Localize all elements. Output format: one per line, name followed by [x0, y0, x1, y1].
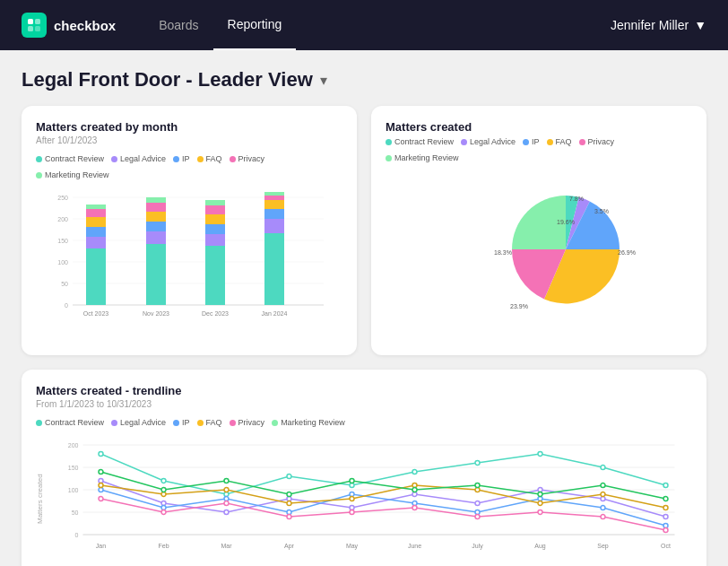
legend-dot-faq [197, 156, 204, 162]
svg-point-85 [538, 501, 542, 506]
svg-point-56 [601, 466, 605, 470]
svg-point-81 [287, 501, 291, 506]
svg-point-64 [475, 501, 480, 506]
bar-dec-la [205, 234, 225, 246]
svg-text:26.9%: 26.9% [618, 249, 636, 256]
svg-text:June: June [408, 543, 421, 549]
svg-text:3.5%: 3.5% [594, 208, 609, 214]
bar-dec-priv [205, 205, 225, 214]
title-dropdown-icon[interactable]: ▾ [320, 72, 327, 89]
legend-dot-ip [173, 156, 179, 162]
bar-jan-ip [264, 209, 284, 219]
svg-point-55 [538, 452, 542, 457]
svg-point-95 [538, 510, 542, 515]
svg-point-105 [538, 492, 542, 497]
trendline-svg: 200 150 100 50 0 Jan Feb Mar Apr May Jun… [48, 436, 692, 562]
svg-text:19.6%: 19.6% [557, 219, 575, 225]
svg-point-107 [663, 497, 668, 501]
legend-legal-advice: Legal Advice [111, 154, 166, 163]
bar-nov-la [146, 231, 166, 244]
svg-point-88 [99, 497, 103, 501]
svg-point-80 [224, 488, 229, 492]
logo-icon [22, 13, 47, 38]
svg-text:Jan: Jan [96, 543, 106, 549]
svg-point-57 [663, 483, 668, 488]
tl-legend-ip: IP [173, 418, 190, 427]
page-title: Legal Front Door - Leader View [22, 68, 313, 91]
svg-point-67 [663, 515, 668, 519]
pie-legend-ip: IP [523, 137, 540, 146]
pie-legend-cr: Contract Review [386, 137, 454, 146]
trendline-title: Matters created - trendline [36, 384, 692, 397]
nav-links: Boards Reporting [144, 0, 611, 50]
bar-oct-priv [86, 209, 106, 217]
svg-rect-0 [28, 19, 33, 24]
legend-label-ip: IP [182, 154, 190, 163]
trendline-y-label: Matters created [36, 436, 44, 562]
pie-chart-legend: Contract Review Legal Advice IP FAQ Priv… [386, 137, 692, 162]
logo-text: checkbox [54, 18, 116, 33]
svg-point-54 [475, 461, 480, 466]
svg-point-94 [475, 515, 480, 519]
nav-link-reporting[interactable]: Reporting [213, 0, 297, 50]
svg-point-90 [224, 501, 229, 506]
svg-text:250: 250 [57, 195, 68, 201]
legend-ip: IP [173, 154, 190, 163]
nav-link-boards[interactable]: Boards [144, 0, 212, 50]
tl-legend-privacy: Privacy [230, 418, 265, 427]
svg-point-78 [99, 483, 103, 488]
svg-point-96 [601, 515, 605, 519]
legend-label-faq: FAQ [206, 154, 222, 163]
tl-legend-la: Legal Advice [111, 418, 166, 427]
bar-nov-faq [146, 212, 166, 222]
bar-dec-ip [205, 224, 225, 234]
svg-point-82 [350, 497, 354, 501]
user-name: Jennifer Miller [611, 18, 689, 32]
trendline-card: Matters created - trendline From 1/1/202… [22, 370, 706, 566]
tl-legend-cr: Contract Review [36, 418, 104, 427]
svg-point-97 [663, 528, 668, 533]
bar-chart-legend: Contract Review Legal Advice IP FAQ Priv… [36, 154, 342, 179]
pie-chart-area: 7.8% 3.5% 26.9% 23.9% 18.3% 19.6% [386, 171, 692, 324]
svg-point-104 [475, 483, 480, 488]
svg-text:Dec 2023: Dec 2023 [202, 310, 229, 317]
svg-rect-3 [35, 26, 40, 31]
trendline-chart-container: Matters created 200 150 100 50 0 Jan Feb [36, 436, 692, 562]
pie-legend-faq: FAQ [547, 137, 572, 146]
svg-point-48 [99, 452, 103, 457]
legend-dot-mkt [36, 172, 42, 179]
main-content: Legal Front Door - Leader View ▾ Matters… [0, 50, 728, 566]
svg-text:Oct: Oct [661, 543, 671, 549]
svg-text:100: 100 [68, 487, 79, 493]
bar-nov-ip [146, 222, 166, 231]
legend-label-la: Legal Advice [120, 154, 166, 163]
logo-area: checkbox [22, 13, 116, 38]
legend-marketing: Marketing Review [36, 170, 109, 179]
svg-point-99 [161, 488, 166, 492]
page-title-row: Legal Front Door - Leader View ▾ [22, 68, 706, 91]
bar-chart-title: Matters created by month [36, 120, 342, 134]
legend-dot-privacy [230, 156, 236, 162]
bar-dec-mkt [205, 200, 225, 205]
bar-nov-mkt [146, 197, 166, 203]
bar-nov-cr [146, 244, 166, 305]
pie-legend-privacy: Privacy [579, 137, 615, 146]
pie-chart-title: Matters created [386, 120, 692, 134]
bar-oct-mkt [86, 205, 106, 209]
svg-text:100: 100 [57, 259, 68, 266]
bar-nov-priv [146, 203, 166, 212]
bar-oct-faq [86, 217, 106, 227]
pie-legend-mkt: Marketing Review [386, 153, 459, 162]
pie-legend-la: Legal Advice [461, 137, 516, 146]
svg-point-76 [601, 506, 605, 510]
svg-text:23.9%: 23.9% [510, 303, 528, 309]
pie-chart-card: Matters created Contract Review Legal Ad… [371, 106, 706, 355]
bar-chart-card: Matters created by month After 10/1/2023… [22, 106, 357, 355]
top-cards-row: Matters created by month After 10/1/2023… [22, 106, 706, 355]
user-menu[interactable]: Jennifer Miller ▼ [611, 18, 706, 32]
svg-text:Apr: Apr [284, 543, 295, 550]
svg-point-53 [412, 470, 417, 475]
svg-point-92 [350, 510, 354, 515]
bar-jan-cr [264, 233, 284, 305]
svg-text:July: July [472, 543, 483, 550]
